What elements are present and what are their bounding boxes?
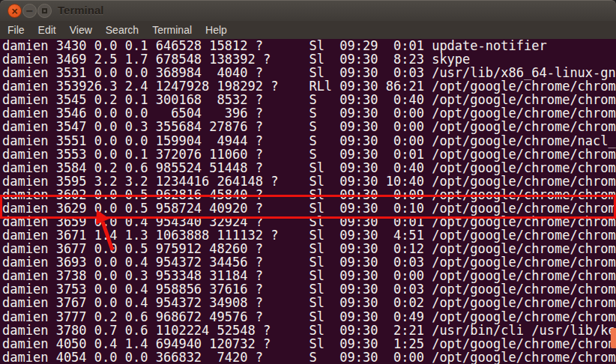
process-row: damien 4050 0.4 1.4 694940 120732 ? Sl 0…: [0, 337, 616, 351]
menu-item-help[interactable]: Help: [199, 22, 234, 37]
process-row: damien 3547 0.0 0.3 355684 27876 ? S 09:…: [0, 120, 616, 133]
window-title: Terminal: [58, 4, 103, 16]
maximize-button[interactable]: [37, 4, 52, 18]
process-row: damien 3738 0.0 0.3 953348 31184 ? Sl 09…: [0, 269, 616, 282]
maximize-icon: [42, 8, 47, 13]
menu-item-file[interactable]: File: [1, 22, 31, 37]
process-row: damien 3553 0.0 0.1 372076 11060 ? S 09:…: [0, 148, 616, 161]
process-row: damien 4054 0.0 0.0 366832 7420 ? S 09:3…: [0, 351, 616, 364]
scrollbar-thumb[interactable]: [611, 328, 616, 348]
process-row: damien 3602 0.0 0.5 962816 45840 ? Sl 09…: [0, 188, 616, 201]
process-row: damien 3777 0.2 0.6 968672 49576 ? Sl 09…: [0, 310, 616, 324]
process-row-highlighted: damien 3629 0.0 0.5 958724 40920 ? Sl 09…: [0, 201, 616, 215]
process-row: damien 3469 2.5 1.7 678548 138392 ? Sl 0…: [0, 52, 616, 66]
menu-item-edit[interactable]: Edit: [31, 22, 63, 37]
process-row: damien 3595 3.2 3.2 1234416 264148 ? Sl …: [0, 175, 616, 188]
process-row: damien 3584 0.2 0.6 985524 51448 ? Sl 09…: [0, 161, 616, 175]
close-button[interactable]: ×: [7, 4, 22, 18]
process-row: damien 3671 1.4 1.3 1063888 111132 ? Sl …: [0, 228, 616, 242]
menu-item-terminal[interactable]: Terminal: [145, 22, 199, 37]
process-row: damien 3677 0.0 0.5 975912 48260 ? Sl 09…: [0, 242, 616, 255]
menu-bar: FileEditViewSearchTerminalHelp: [0, 21, 616, 40]
titlebar[interactable]: × − Terminal: [0, 0, 616, 21]
process-row: damien 3531 0.0 0.0 368984 4040 ? Sl 09:…: [0, 66, 616, 79]
process-row: damien 3659 0.0 0.4 954340 32924 ? Sl 09…: [0, 215, 616, 228]
process-row: damien 3767 0.0 0.4 954372 34908 ? Sl 09…: [0, 296, 616, 309]
terminal-window: × − Terminal FileEditViewSearchTerminalH…: [0, 0, 616, 364]
process-row: damien 353926.3 2.4 1247928 198292 ? RLl…: [0, 79, 616, 93]
process-row: damien 3693 0.0 0.4 954372 34456 ? Sl 09…: [0, 255, 616, 269]
process-row: damien 3545 0.2 0.1 300168 8532 ? S 09:3…: [0, 93, 616, 106]
minimize-button[interactable]: −: [22, 4, 37, 18]
terminal-output[interactable]: damien 3430 0.0 0.1 646528 15812 ? Sl 09…: [0, 39, 616, 364]
process-row: damien 3546 0.0 0.0 6504 396 ? S 09:30 0…: [0, 106, 616, 120]
process-row: damien 3551 0.0 0.0 159904 4944 ? S 09:3…: [0, 134, 616, 148]
process-row: damien 3780 0.7 0.6 1102224 52548 ? Sl 0…: [0, 324, 616, 337]
menu-item-view[interactable]: View: [63, 22, 99, 37]
process-row: damien 3753 0.0 0.4 958856 37616 ? Sl 09…: [0, 282, 616, 296]
process-row: damien 3430 0.0 0.1 646528 15812 ? Sl 09…: [0, 39, 616, 52]
menu-item-search[interactable]: Search: [99, 22, 145, 37]
